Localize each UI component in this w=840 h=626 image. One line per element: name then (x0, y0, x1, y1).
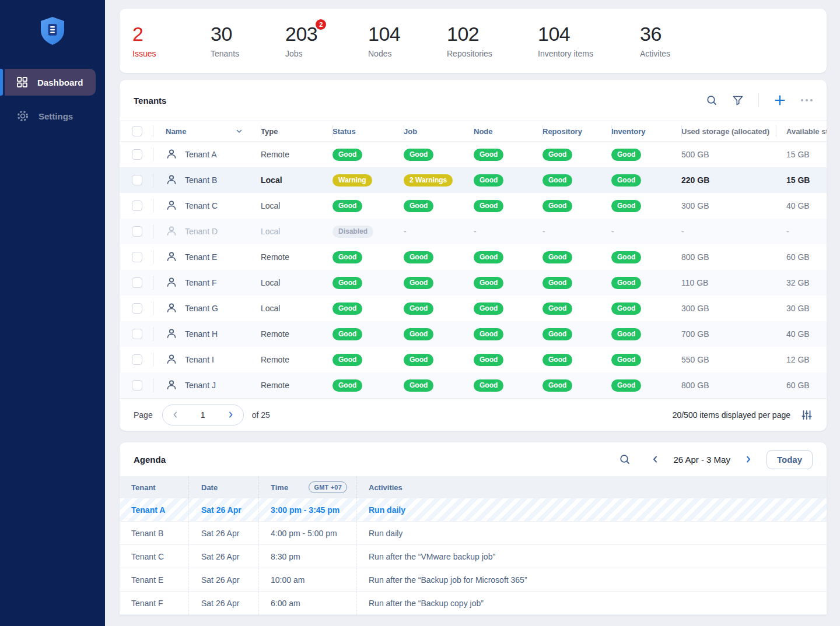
agenda-row[interactable]: Tenant E Sat 26 Apr 10:00 am Run after t… (120, 568, 827, 592)
stat-label: Repositories (447, 49, 538, 58)
agenda-time: 8:30 pm (259, 545, 357, 568)
stat-tile[interactable]: 104 Inventory items (538, 24, 640, 58)
tenants-title: Tenants (134, 96, 166, 105)
agenda-row[interactable]: Tenant B Sat 26 Apr 4:00 pm - 5:00 pm Ru… (120, 522, 827, 545)
current-page-input[interactable]: 1 (201, 410, 205, 420)
more-actions-icon[interactable] (801, 99, 813, 101)
stat-label: Activites (640, 49, 670, 58)
row-checkbox[interactable] (132, 149, 142, 160)
tenant-name-cell: Tenant B (153, 167, 261, 193)
stat-tile[interactable]: 36 Activites (640, 24, 670, 58)
inventory-chip: Good (611, 328, 641, 340)
row-checkbox[interactable] (132, 226, 142, 237)
inventory-cell: Good (611, 321, 681, 347)
row-checkbox[interactable] (132, 303, 142, 314)
sidebar-item-label: Dashboard (37, 78, 83, 87)
stat-tile[interactable]: 30 Tenants (211, 24, 285, 58)
tenant-name-link[interactable]: Tenant B (185, 175, 217, 185)
node-chip: Good (474, 174, 503, 187)
status-cell: Good (332, 270, 404, 296)
tenant-name-link[interactable]: Tenant E (185, 252, 217, 262)
job-chip: 2 Warnings (404, 174, 453, 187)
tenant-name-link[interactable]: Tenant D (185, 227, 218, 236)
tenant-name-link[interactable]: Tenant G (185, 304, 218, 313)
tenant-type: Local (261, 296, 332, 321)
pagination-bar: Page 1 of 25 20/500 items displayed per … (120, 398, 827, 431)
column-header-used-storage[interactable]: Used storage (allocated) (681, 121, 776, 141)
tenant-type: Remote (261, 321, 332, 347)
job-cell: Good (404, 244, 474, 270)
repository-chip: Good (542, 251, 572, 263)
status-chip: Good (332, 354, 362, 366)
status-chip: Good (332, 251, 362, 263)
row-checkbox[interactable] (132, 175, 142, 185)
tenant-name-link[interactable]: Tenant H (185, 329, 218, 339)
stat-tile[interactable]: 102 Repositories (447, 24, 538, 58)
filter-icon[interactable] (732, 94, 744, 106)
column-header-node[interactable]: Node (474, 121, 542, 141)
tenant-name-link[interactable]: Tenant J (185, 381, 216, 390)
agenda-column-time: Time GMT +07 (259, 476, 357, 498)
row-checkbox-cell (120, 193, 153, 219)
chevron-left-icon[interactable] (650, 455, 660, 464)
add-icon[interactable] (774, 94, 786, 107)
chevron-right-icon[interactable] (744, 455, 753, 464)
job-chip: Good (404, 200, 433, 212)
used-storage-cell: 800 GB (681, 372, 776, 398)
tenant-row: Tenant J Remote Good Good Good Good Good… (120, 372, 827, 398)
chevron-down-icon[interactable] (235, 127, 243, 135)
available-storage-cell: 32 GB (776, 270, 827, 296)
agenda-row[interactable]: Tenant A Sat 26 Apr 3:00 pm - 3:45 pm Ru… (120, 498, 827, 522)
status-cell: Good (332, 142, 404, 167)
row-checkbox[interactable] (132, 201, 142, 211)
sliders-icon[interactable] (801, 409, 813, 421)
agenda-activity: Run after the “Backup copy job” (357, 592, 827, 614)
row-checkbox[interactable] (132, 380, 142, 391)
stat-tile[interactable]: 104 Nodes (368, 24, 447, 58)
tenant-name-cell: Tenant E (153, 244, 261, 270)
user-icon (166, 276, 177, 290)
tenant-name-link[interactable]: Tenant F (185, 278, 216, 287)
agenda-row[interactable]: Tenant F Sat 26 Apr 6:00 am Run after th… (120, 592, 827, 615)
tenant-name-link[interactable]: Tenant I (185, 355, 214, 364)
row-checkbox[interactable] (132, 277, 142, 288)
job-cell: Good (404, 321, 474, 347)
search-icon[interactable] (706, 94, 718, 106)
job-chip: Good (404, 277, 433, 289)
agenda-activity: Run after the “VMware backup job” (357, 545, 827, 568)
tenants-card: Tenants (120, 80, 827, 431)
tenants-table-header: Name Type Status Job Node Repository Inv… (120, 121, 827, 142)
select-all-checkbox[interactable] (132, 126, 142, 136)
available-storage-cell: 12 GB (776, 347, 827, 372)
stat-tile[interactable]: 2 Issues (132, 24, 211, 58)
column-header-repository[interactable]: Repository (542, 121, 611, 141)
column-header-job[interactable]: Job (404, 121, 474, 141)
sidebar-item-settings[interactable]: Settings (5, 103, 96, 129)
tenant-row: Tenant E Remote Good Good Good Good Good… (120, 244, 827, 270)
agenda-row[interactable]: Tenant C Sat 26 Apr 8:30 pm Run after th… (120, 545, 827, 568)
tenant-name-link[interactable]: Tenant C (185, 201, 218, 210)
inventory-chip: Good (611, 354, 641, 366)
search-icon[interactable] (619, 453, 631, 465)
row-checkbox[interactable] (132, 354, 142, 365)
chevron-right-icon[interactable] (226, 410, 235, 419)
column-header-name[interactable]: Name (153, 121, 261, 141)
job-cell: Good (404, 347, 474, 372)
sidebar-item-dashboard[interactable]: Dashboard (5, 69, 96, 96)
node-cell: Good (474, 244, 542, 270)
row-checkbox[interactable] (132, 252, 142, 262)
tenant-name-link[interactable]: Tenant A (185, 150, 217, 159)
chevron-left-icon[interactable] (171, 410, 180, 419)
column-header-inventory[interactable]: Inventory (611, 121, 681, 141)
column-header-status[interactable]: Status (332, 121, 404, 141)
column-header-available-storage[interactable]: Available storage (776, 121, 827, 141)
repository-cell: - (542, 219, 611, 244)
page-label: Page (134, 410, 153, 420)
stat-value: 104 (368, 23, 400, 45)
status-chip: Good (332, 379, 362, 392)
today-button[interactable]: Today (766, 450, 813, 469)
stat-tile[interactable]: 203 2 Jobs (285, 24, 368, 58)
column-header-type[interactable]: Type (261, 121, 332, 141)
row-checkbox[interactable] (132, 329, 142, 339)
inventory-chip: Good (611, 379, 641, 392)
